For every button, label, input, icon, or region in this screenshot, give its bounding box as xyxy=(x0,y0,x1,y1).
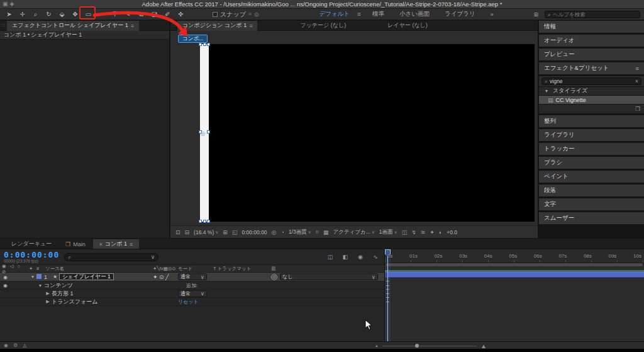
snap-option-icon-1[interactable]: ⌗ xyxy=(248,11,252,18)
transform-row[interactable]: ▶ トランスフォーム リセット xyxy=(0,298,384,306)
mask-visibility-icon[interactable]: ◱ xyxy=(232,229,238,236)
snap-option-icon-2[interactable]: ⊙ xyxy=(254,11,259,18)
mode-column-header[interactable]: モード xyxy=(178,266,213,272)
region-of-interest-icon[interactable]: ⌗ xyxy=(316,229,319,236)
composition-mini-flowchart-icon[interactable]: ◫ xyxy=(325,254,335,260)
panel-character[interactable]: 文字 xyxy=(539,198,644,210)
effects-group-stylize[interactable]: ▼ スタイライズ xyxy=(539,87,644,95)
eye-icon[interactable]: ◉ xyxy=(2,275,9,280)
rectangle-shape-tool-icon[interactable]: ▭ xyxy=(82,11,95,18)
close-tab-icon[interactable]: × xyxy=(99,241,103,247)
tab-layer[interactable]: レイヤー (なし) xyxy=(382,21,433,30)
panel-paragraph[interactable]: 段落 xyxy=(539,185,644,196)
workspace-tab-library[interactable]: ライブラリ xyxy=(437,10,483,18)
zoom-in-icon[interactable]: ▲ xyxy=(480,343,487,349)
panel-align[interactable]: 整列 xyxy=(539,115,644,127)
tab-render-queue[interactable]: レンダーキュー xyxy=(5,239,58,249)
contents-row[interactable]: ◉ ▼ コンテンツ 追加: xyxy=(0,281,384,290)
panel-info[interactable]: 情報 xyxy=(539,21,644,33)
panel-menu-icon[interactable]: ≡ xyxy=(249,23,252,29)
twirl-closed-icon[interactable]: ▶ xyxy=(44,291,52,296)
selection-handle[interactable] xyxy=(203,220,206,223)
white-stripe-shape[interactable]: ⊕ xyxy=(200,44,209,222)
eraser-tool-icon[interactable]: ◪ xyxy=(148,11,161,18)
motion-blur-icon[interactable]: ∿ xyxy=(370,254,380,260)
layer-name[interactable]: シェイプレイヤー 1 xyxy=(59,273,113,280)
shy-layers-icon[interactable]: ◧ xyxy=(340,254,350,260)
parent-column-header[interactable]: 親 xyxy=(271,266,384,272)
panel-library[interactable]: ライブラリ xyxy=(539,129,644,141)
timeline-search-box[interactable]: ⌕ ∨ xyxy=(64,253,158,261)
channels-icon[interactable]: ◔ xyxy=(280,229,284,236)
mini-timeline-icon[interactable]: ≋ xyxy=(421,229,426,236)
resolution-dropdown[interactable]: 1/3画質∨ xyxy=(289,229,311,236)
panel-preview[interactable]: プレビュー xyxy=(539,48,644,60)
composition-frame[interactable]: ⊕ xyxy=(200,44,535,222)
effects-search-box[interactable]: ⌕ × xyxy=(541,77,641,85)
camera-tool-icon[interactable]: ⬙ xyxy=(55,11,69,18)
brush-tool-icon[interactable]: ✎ xyxy=(121,11,135,18)
panel-menu-icon[interactable]: ≡ xyxy=(635,65,639,72)
selection-handle[interactable] xyxy=(199,220,202,223)
workspace-tab-small-screen[interactable]: 小さい画面 xyxy=(392,10,437,18)
frame-blend-icon[interactable]: ◉ xyxy=(355,254,365,260)
layer-switches[interactable]: ✦ ⊙ ╱ xyxy=(153,274,178,280)
rect-blend-mode-dropdown[interactable]: 通常∨ xyxy=(178,290,207,297)
panel-smoother[interactable]: スムーザー xyxy=(539,212,644,224)
pan-behind-tool-icon[interactable]: ✥ xyxy=(69,11,82,18)
hand-tool-icon[interactable]: ✛ xyxy=(16,11,29,18)
comp-timecode[interactable]: 0:00:00:00 xyxy=(242,229,267,236)
help-search[interactable]: ⌕ xyxy=(545,11,640,18)
help-search-input[interactable] xyxy=(553,11,637,18)
snapshot-icon[interactable]: ◎ xyxy=(272,229,277,236)
zoom-tool-icon[interactable]: ⌕ xyxy=(29,11,42,18)
parent-pickwhip-icon[interactable]: @ xyxy=(271,274,277,280)
time-ruler[interactable]: 0s 01s 02s 03s 04s 05s 06s 07s 08s 09s 1… xyxy=(385,249,644,263)
pen-tool-icon[interactable]: ✒ xyxy=(95,11,108,18)
workspace-tab-default[interactable]: デフォルト xyxy=(312,10,358,18)
snap-checkbox[interactable] xyxy=(213,12,218,17)
twirl-closed-icon[interactable]: ▶ xyxy=(44,299,52,304)
selection-handle[interactable] xyxy=(203,43,206,46)
timeline-track-area[interactable]: 0s 01s 02s 03s 04s 05s 06s 07s 08s 09s 1… xyxy=(385,249,644,341)
pixel-aspect-icon[interactable]: ◫ xyxy=(402,229,408,236)
magnification-dropdown[interactable]: (16.4 %)∨ xyxy=(194,229,218,236)
panel-audio[interactable]: オーディオ xyxy=(539,35,644,47)
layer-in-handle[interactable] xyxy=(385,272,388,277)
tab-comp-1[interactable]: × コンポ 1 ≡ xyxy=(93,239,140,249)
parent-dropdown[interactable]: なし∨ xyxy=(280,273,378,280)
comp-nav-chip[interactable]: コンポ... xyxy=(178,35,208,43)
current-time-display[interactable]: 0:00:00:00 00000 (23.976 fps) xyxy=(4,251,59,264)
clone-stamp-tool-icon[interactable]: ⧉ xyxy=(135,11,148,18)
blend-mode-dropdown[interactable]: 通常∨ xyxy=(178,273,207,280)
workspace-grid-icon[interactable]: ⊞ xyxy=(533,11,538,18)
panel-brushes[interactable]: ブラシ xyxy=(539,157,644,169)
tab-footage[interactable]: フッテージ (なし) xyxy=(295,21,351,30)
work-area-bar[interactable] xyxy=(386,263,643,266)
transparency-grid-icon[interactable]: ▦ xyxy=(323,229,329,236)
effect-cc-vignette[interactable]: ▤ CC Vignette xyxy=(539,96,644,104)
track-matte-column-header[interactable]: T トラックマット xyxy=(213,266,271,272)
panel-menu-icon[interactable]: ≡ xyxy=(130,241,133,247)
view-layout-dropdown[interactable]: 1画面∨ xyxy=(379,229,397,236)
exposure-icon[interactable]: ◐ xyxy=(439,229,442,236)
new-preset-icon[interactable]: ❐ xyxy=(635,106,640,112)
selection-handle[interactable] xyxy=(199,43,202,46)
workspace-overflow-icon[interactable]: » xyxy=(483,11,501,18)
twirl-open-icon[interactable]: ▼ xyxy=(543,89,550,93)
secondary-monitor-icon[interactable]: ⊟ xyxy=(185,229,190,236)
reset-link[interactable]: リセット xyxy=(178,299,199,305)
zoom-out-icon[interactable]: ▲ xyxy=(375,344,379,348)
fast-preview-icon[interactable]: ↯ xyxy=(411,229,416,236)
timeline-zoom-slider[interactable]: ▲ ▲ xyxy=(375,343,487,349)
workspace-menu-icon[interactable]: ≡ xyxy=(357,11,361,18)
selection-tool-icon[interactable]: ➤ xyxy=(3,11,16,18)
source-name-column-header[interactable]: ソース名 xyxy=(45,266,153,272)
flowchart-icon[interactable]: ✦ xyxy=(430,229,435,236)
twirl-open-icon[interactable]: ▼ xyxy=(36,283,44,288)
add-property-label[interactable]: 追加: xyxy=(186,282,197,289)
rotation-tool-icon[interactable]: ↻ xyxy=(42,11,55,18)
preview-monitor-icon[interactable]: ⊡ xyxy=(175,229,180,236)
panel-effects-presets[interactable]: エフェクト&プリセット ≡ xyxy=(539,62,644,74)
rectangle-row[interactable]: ▶ 長方形 1 通常∨ xyxy=(0,290,384,298)
